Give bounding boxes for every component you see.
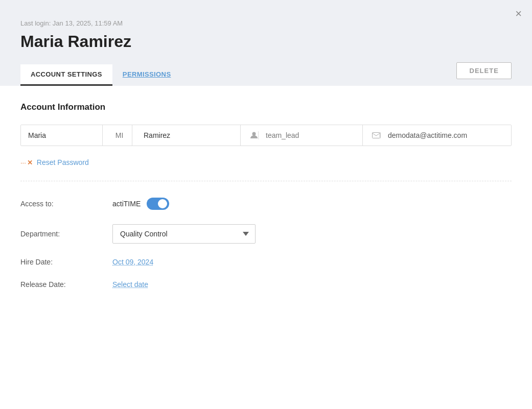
- access-to-row: Access to: actiTIME: [20, 198, 512, 210]
- department-select[interactable]: Quality Control Engineering Marketing Sa…: [112, 224, 256, 244]
- first-name-input[interactable]: [21, 125, 103, 146]
- tab-permissions[interactable]: PERMISSIONS: [112, 64, 181, 86]
- last-login-text: Last login: Jan 13, 2025, 11:59 AM: [20, 10, 512, 32]
- modal-body: Account Information: [0, 86, 532, 319]
- reset-password-row: ···✕ Reset Password: [20, 158, 512, 181]
- password-icon: ···✕: [20, 159, 33, 166]
- close-button[interactable]: ×: [515, 8, 522, 19]
- email-wrapper: [367, 125, 511, 146]
- tab-account-settings[interactable]: ACCOUNT SETTINGS: [20, 64, 112, 86]
- hire-date-row: Hire Date: Oct 09, 2024: [20, 258, 512, 266]
- user-icon: [245, 131, 259, 139]
- svg-rect-1: [373, 133, 380, 138]
- access-to-label: Access to:: [20, 200, 112, 208]
- toggle-wrapper: actiTIME: [112, 198, 169, 210]
- modal-header: × Last login: Jan 13, 2025, 11:59 AM Mar…: [0, 0, 532, 86]
- department-label: Department:: [20, 230, 112, 238]
- last-name-input[interactable]: [136, 125, 241, 146]
- mi-input[interactable]: [107, 125, 132, 146]
- hire-date-link[interactable]: Oct 09, 2024: [112, 258, 153, 266]
- role-input[interactable]: [259, 125, 362, 146]
- role-wrapper: [245, 125, 363, 146]
- section-title: Account Information: [20, 102, 512, 112]
- tabs-row: ACCOUNT SETTINGS PERMISSIONS DELETE: [20, 59, 512, 86]
- reset-password-link[interactable]: Reset Password: [37, 158, 89, 166]
- department-row: Department: Quality Control Engineering …: [20, 224, 512, 244]
- release-date-label: Release Date:: [20, 280, 112, 288]
- delete-button[interactable]: DELETE: [456, 62, 512, 79]
- user-name-heading: Maria Ramirez: [20, 32, 512, 59]
- svg-point-0: [252, 132, 256, 136]
- email-input[interactable]: [381, 125, 511, 146]
- select-date-link[interactable]: Select date: [112, 280, 148, 288]
- actitime-toggle[interactable]: [147, 198, 169, 210]
- actitime-label: actiTIME: [112, 200, 141, 208]
- release-date-row: Release Date: Select date: [20, 280, 512, 288]
- toggle-slider: [147, 198, 169, 210]
- tabs-container: ACCOUNT SETTINGS PERMISSIONS: [20, 64, 181, 86]
- fields-row: [20, 125, 512, 146]
- modal: × Last login: Jan 13, 2025, 11:59 AM Mar…: [0, 0, 532, 409]
- hire-date-label: Hire Date:: [20, 258, 112, 266]
- email-icon: [367, 132, 381, 138]
